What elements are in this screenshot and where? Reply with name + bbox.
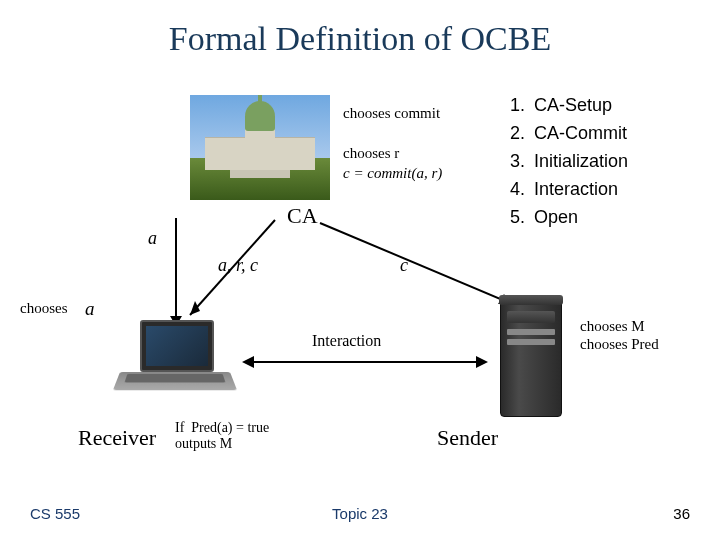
svg-line-2 xyxy=(320,223,510,303)
arrow-interaction xyxy=(240,352,490,372)
svg-marker-5 xyxy=(242,356,254,368)
label-chooses-r: chooses r xyxy=(343,145,399,162)
steps-list: 1.CA-Setup 2.CA-Commit 3.Initialization … xyxy=(510,92,628,231)
label-sender-role: Sender xyxy=(437,425,498,451)
label-chooses-a-word: chooses xyxy=(20,300,68,317)
label-var-a-top: a xyxy=(148,228,157,249)
step-4: 4.Interaction xyxy=(510,176,628,204)
label-outputs-m: outputs M xyxy=(175,436,232,452)
ca-building-image xyxy=(190,95,330,200)
step-1: 1.CA-Setup xyxy=(510,92,628,120)
footer-page-number: 36 xyxy=(673,505,690,522)
label-chooses-m: chooses M xyxy=(580,318,645,335)
arrow-ca-to-receiver xyxy=(175,215,295,330)
footer-topic: Topic 23 xyxy=(0,505,720,522)
label-interaction: Interaction xyxy=(312,332,381,350)
step-3: 3.Initialization xyxy=(510,148,628,176)
svg-marker-1 xyxy=(190,301,200,315)
label-chooses-pred: chooses Pred xyxy=(580,336,659,353)
step-2: 2.CA-Commit xyxy=(510,120,628,148)
receiver-laptop-image xyxy=(120,320,230,400)
slide-root: Formal Definition of OCBE chooses commit… xyxy=(0,0,720,540)
label-if-pred: If Pred(a) = true xyxy=(175,420,269,436)
label-receiver-role: Receiver xyxy=(78,425,156,451)
svg-line-0 xyxy=(190,220,275,315)
slide-title: Formal Definition of OCBE xyxy=(0,20,720,58)
arrow-ca-to-sender xyxy=(310,215,530,315)
sender-tower-image xyxy=(500,300,562,417)
label-chooses-a-var: a xyxy=(85,298,95,320)
label-chooses-commit: chooses commit xyxy=(343,105,440,122)
step-5: 5.Open xyxy=(510,204,628,232)
svg-marker-6 xyxy=(476,356,488,368)
label-commit-formula: c = commit(a, r) xyxy=(343,165,442,182)
